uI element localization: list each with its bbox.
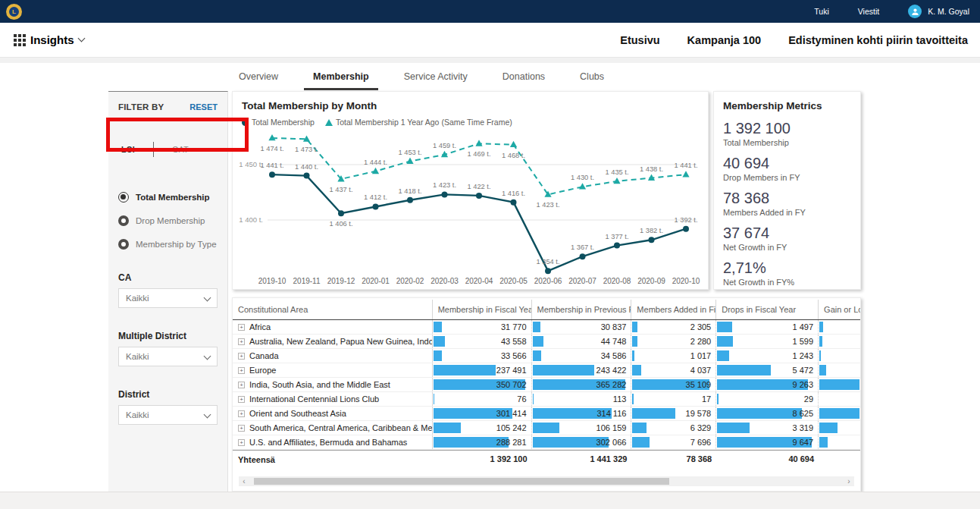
nav-link-etusivu[interactable]: Etusivu [620, 34, 659, 46]
value-cell: 1 599 [716, 335, 819, 348]
app-header: Insights EtusivuKampanja 100Edistyminen … [0, 23, 980, 57]
app-title: Insights [30, 33, 74, 46]
metric-value: 78 368 [723, 189, 860, 207]
nav-link-edistyminen-kohti-piirin-tavoitteita[interactable]: Edistyminen kohti piirin tavoitteita [788, 34, 968, 46]
ca-select[interactable]: Kaikki [118, 288, 218, 308]
scrollbar-thumb[interactable] [254, 478, 669, 485]
svg-text:2020-04: 2020-04 [465, 277, 493, 285]
svg-text:2020-03: 2020-03 [431, 277, 459, 285]
column-header-gain-or-loss[interactable]: Gain or Loss [819, 300, 860, 319]
metric-label: Total Membership [723, 137, 860, 148]
data-bar [434, 350, 443, 361]
data-bar [533, 423, 560, 433]
row-name: India, South Asia, and the Middle East [249, 380, 390, 389]
table-row[interactable]: +Orient and Southeast Asia301 414314 116… [233, 407, 860, 421]
svg-text:1 440 t.: 1 440 t. [295, 163, 318, 171]
cell-value: 1 243 [793, 351, 814, 360]
table-row[interactable]: +U.S. and Affiliates, Bermuda and Bahama… [233, 435, 860, 450]
svg-text:1 444 t.: 1 444 t. [364, 159, 387, 166]
tab-overview[interactable]: Overview [230, 64, 287, 90]
toggle-option-lci[interactable]: LCI [121, 145, 135, 154]
data-bar [717, 394, 719, 404]
membership-line-chart[interactable]: 1 450 t.1 400 t.2019-102019-112019-12202… [233, 127, 706, 290]
metric-drop-members-in-fy: 40 694Drop Members in FY [723, 154, 860, 183]
radio-label: Drop Membership [136, 216, 205, 225]
table-row[interactable]: +South America, Central America, Caribbe… [233, 421, 860, 435]
cell-value: 31 770 [501, 322, 527, 331]
svg-text:1 392 t.: 1 392 t. [674, 216, 697, 224]
expand-row-icon[interactable]: + [238, 324, 245, 331]
lions-logo-icon[interactable]: L [6, 4, 22, 20]
gain-loss-cell [819, 335, 860, 348]
scroll-left-arrow-icon[interactable]: ‹ [239, 476, 249, 486]
reset-button[interactable]: RESET [189, 102, 218, 112]
value-cell: 9 647 [716, 435, 819, 449]
total-value: 1 441 329 [590, 454, 627, 463]
metric-value: 1 392 100 [723, 119, 860, 137]
multiple-district-select[interactable]: Kaikki [118, 347, 218, 366]
column-header-membership-in-previous-fiscal-year[interactable]: Membership in Previous Fiscal Year [532, 300, 632, 319]
cell-value: 30 837 [601, 322, 627, 331]
lci-gat-toggle: LCIGAT [121, 142, 218, 157]
top-navbar: L Tuki Viestit K. M. Goyal [0, 0, 980, 23]
svg-text:1 377 t.: 1 377 t. [605, 233, 628, 240]
column-header-drops-in-fiscal-year[interactable]: Drops in Fiscal Year [716, 300, 819, 319]
value-cell: 76 [433, 392, 532, 406]
radio-total-membership[interactable]: Total Membership [118, 192, 218, 203]
row-name-cell: +International Centennial Lions Club [233, 392, 433, 406]
tab-clubs[interactable]: Clubs [571, 64, 613, 90]
total-membership-chart-card: Total Membership by Month Total Membersh… [232, 91, 709, 290]
gain-loss-cell [819, 435, 860, 449]
scroll-right-arrow-icon[interactable]: › [844, 476, 854, 486]
svg-text:1 474 t.: 1 474 t. [260, 145, 283, 152]
header-divider [0, 57, 980, 63]
data-bar [632, 394, 634, 404]
table-row[interactable]: +Australia, New Zealand, Papua New Guine… [233, 335, 860, 349]
district-select[interactable]: Kaikki [118, 405, 218, 425]
column-header-membership-in-fiscal-year[interactable]: Membership in Fiscal Year [433, 300, 532, 319]
tab-donations[interactable]: Donations [493, 64, 554, 90]
svg-text:2019-11: 2019-11 [293, 277, 321, 285]
nav-tuki[interactable]: Tuki [814, 7, 828, 16]
table-row[interactable]: +India, South Asia, and the Middle East3… [233, 378, 860, 392]
metric-total-membership: 1 392 100Total Membership [723, 119, 860, 148]
cell-value: 106 159 [596, 423, 627, 432]
radio-drop-membership[interactable]: Drop Membership [118, 215, 218, 226]
radio-label: Membership by Type [136, 240, 217, 249]
svg-text:2020-09: 2020-09 [637, 277, 665, 285]
expand-row-icon[interactable]: + [238, 425, 245, 432]
tab-membership[interactable]: Membership [304, 64, 378, 90]
user-menu[interactable]: K. M. Goyal [908, 5, 969, 18]
toggle-option-gat[interactable]: GAT [172, 145, 189, 154]
nav-link-kampanja-100[interactable]: Kampanja 100 [687, 34, 762, 46]
value-cell: 350 702 [433, 378, 532, 391]
cell-value: 44 748 [601, 337, 627, 346]
expand-row-icon[interactable]: + [238, 338, 245, 345]
expand-row-icon[interactable]: + [238, 396, 245, 403]
table-row[interactable]: +Europe237 491243 4224 0375 472 [233, 363, 860, 378]
metric-members-added-in-fy: 78 368Members Added in FY [723, 189, 860, 218]
tab-service-activity[interactable]: Service Activity [395, 64, 477, 90]
table-row[interactable]: +Africa31 77030 8372 3051 497 [233, 320, 860, 335]
expand-row-icon[interactable]: + [238, 353, 245, 360]
column-header-members-added-in-fiscal-year[interactable]: Members Added in Fiscal Year [631, 300, 716, 319]
table-row[interactable]: +International Centennial Lions Club7611… [233, 392, 860, 407]
column-header-constitutional-area[interactable]: Constitutional Area [233, 300, 433, 319]
data-bar [533, 394, 534, 404]
horizontal-scrollbar[interactable]: ‹ › [239, 476, 854, 486]
cell-value: 8 625 [793, 409, 814, 418]
dropdown-label: Multiple District [118, 331, 218, 341]
svg-text:2020-07: 2020-07 [568, 277, 596, 285]
legend-total-membership-1-year-ago-same-time-frame: Total Membership 1 Year Ago (Same Time F… [325, 118, 512, 127]
total-value-cell: 78 368 [631, 451, 716, 468]
expand-row-icon[interactable]: + [238, 410, 245, 417]
nav-viestit[interactable]: Viestit [858, 7, 879, 16]
data-bar [533, 336, 544, 347]
table-row[interactable]: +Canada33 56634 5861 0171 243 [233, 349, 860, 363]
insights-app-menu[interactable]: Insights [14, 33, 84, 46]
expand-row-icon[interactable]: + [238, 439, 245, 446]
radio-membership-by-type[interactable]: Membership by Type [118, 239, 218, 250]
expand-row-icon[interactable]: + [238, 367, 245, 374]
expand-row-icon[interactable]: + [238, 382, 245, 388]
data-bar [434, 394, 435, 404]
